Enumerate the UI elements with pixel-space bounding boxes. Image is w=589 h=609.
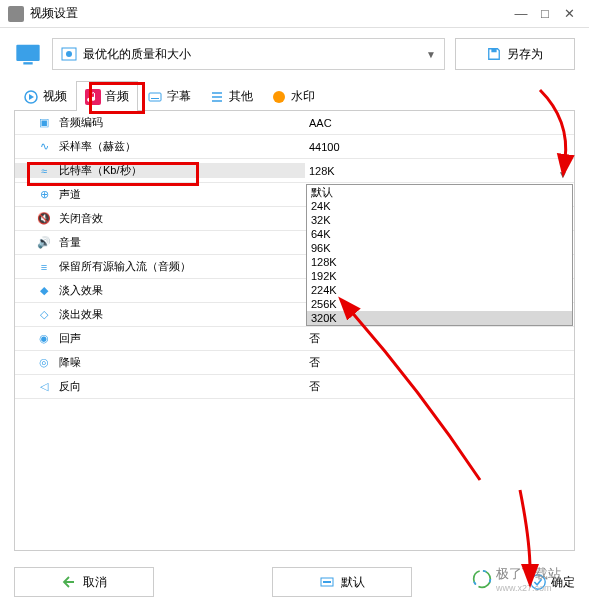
row-reverse-value[interactable]: 否 xyxy=(305,379,574,394)
tab-video[interactable]: 视频 xyxy=(14,81,76,111)
bitrate-option[interactable]: 64K xyxy=(307,227,572,241)
bitrate-option[interactable]: 320K xyxy=(307,311,572,325)
tab-watermark-label: 水印 xyxy=(291,88,315,105)
row-bitrate-value[interactable]: 128K▼ xyxy=(305,165,574,177)
row-bitrate[interactable]: ≈比特率（Kb/秒） 128K▼ xyxy=(15,159,574,183)
tab-watermark[interactable]: 水印 xyxy=(262,81,324,111)
row-sample-value[interactable]: 44100 xyxy=(305,141,574,153)
svg-rect-7 xyxy=(149,93,161,101)
row-reverse[interactable]: ◁反向 否 xyxy=(15,375,574,399)
fadeout-icon: ◇ xyxy=(37,308,51,322)
chevron-down-icon: ▼ xyxy=(426,49,436,60)
settings-panel: ▣音频编码 AAC ∿采样率（赫兹） 44100 ≈比特率（Kb/秒） 128K… xyxy=(14,111,575,551)
svg-rect-8 xyxy=(151,98,159,99)
close-button[interactable]: ✕ xyxy=(557,6,581,21)
bitrate-option[interactable]: 128K xyxy=(307,255,572,269)
preset-select[interactable]: 最优化的质量和大小 ▼ xyxy=(52,38,445,70)
bitrate-option[interactable]: 256K xyxy=(307,297,572,311)
tab-other[interactable]: 其他 xyxy=(200,81,262,111)
bitrate-option[interactable]: 默认 xyxy=(307,185,572,199)
stream-icon: ≡ xyxy=(37,260,51,274)
sample-icon: ∿ xyxy=(37,140,51,154)
row-codec-value[interactable]: AAC xyxy=(305,117,574,129)
save-as-label: 另存为 xyxy=(507,46,543,63)
row-channel-label: 声道 xyxy=(59,187,81,202)
default-button[interactable]: 默认 xyxy=(272,567,412,597)
default-icon xyxy=(319,574,335,590)
app-icon xyxy=(8,6,24,22)
row-codec-label: 音频编码 xyxy=(59,115,103,130)
row-bitrate-label: 比特率（Kb/秒） xyxy=(59,163,142,178)
svg-point-9 xyxy=(273,91,285,103)
film-icon xyxy=(61,46,77,62)
fadein-icon: ◆ xyxy=(37,284,51,298)
cancel-button[interactable]: 取消 xyxy=(14,567,154,597)
row-echo-label: 回声 xyxy=(59,331,81,346)
bitrate-option[interactable]: 224K xyxy=(307,283,572,297)
denoise-icon: ◎ xyxy=(37,356,51,370)
codec-icon: ▣ xyxy=(37,116,51,130)
minimize-button[interactable]: — xyxy=(509,6,533,21)
echo-icon: ◉ xyxy=(37,332,51,346)
svg-point-3 xyxy=(66,51,72,57)
tab-other-label: 其他 xyxy=(229,88,253,105)
bitrate-option[interactable]: 96K xyxy=(307,241,572,255)
tab-video-label: 视频 xyxy=(43,88,67,105)
watermark-icon xyxy=(271,89,287,105)
reverse-icon: ◁ xyxy=(37,380,51,394)
svg-rect-11 xyxy=(323,581,331,583)
titlebar: 视频设置 — □ ✕ xyxy=(0,0,589,28)
row-fadein-label: 淡入效果 xyxy=(59,283,103,298)
music-icon xyxy=(85,89,101,105)
row-reverse-label: 反向 xyxy=(59,379,81,394)
row-denoise-value[interactable]: 否 xyxy=(305,355,574,370)
mute-icon: 🔇 xyxy=(37,212,51,226)
chevron-down-icon: ▼ xyxy=(558,169,568,180)
bitrate-option[interactable]: 192K xyxy=(307,269,572,283)
bitrate-icon: ≈ xyxy=(37,164,51,178)
window-title: 视频设置 xyxy=(30,5,509,22)
watermark-logo-icon xyxy=(472,569,492,589)
save-as-button[interactable]: 另存为 xyxy=(455,38,575,70)
row-denoise-label: 降噪 xyxy=(59,355,81,370)
row-keepall-label: 保留所有源输入流（音频） xyxy=(59,259,191,274)
channel-icon: ⊕ xyxy=(37,188,51,202)
save-icon xyxy=(487,47,501,61)
svg-rect-4 xyxy=(491,49,496,53)
video-icon xyxy=(23,89,39,105)
monitor-icon xyxy=(14,40,42,68)
cancel-label: 取消 xyxy=(83,574,107,591)
tab-subtitle-label: 字幕 xyxy=(167,88,191,105)
row-denoise[interactable]: ◎降噪 否 xyxy=(15,351,574,375)
row-echo[interactable]: ◉回声 否 xyxy=(15,327,574,351)
bitrate-option[interactable]: 32K xyxy=(307,213,572,227)
row-sample-label: 采样率（赫兹） xyxy=(59,139,136,154)
row-volume-label: 音量 xyxy=(59,235,81,250)
tab-subtitle[interactable]: 字幕 xyxy=(138,81,200,111)
svg-rect-1 xyxy=(23,62,32,64)
tab-audio-label: 音频 xyxy=(105,88,129,105)
top-bar: 最优化的质量和大小 ▼ 另存为 xyxy=(0,28,589,80)
watermark-url: www.x27.com xyxy=(496,583,561,593)
default-label: 默认 xyxy=(341,574,365,591)
svg-point-13 xyxy=(474,571,491,588)
watermark: 极了下载站 www.x27.com xyxy=(472,565,561,593)
preset-label: 最优化的质量和大小 xyxy=(83,46,426,63)
row-sample[interactable]: ∿采样率（赫兹） 44100 xyxy=(15,135,574,159)
tab-audio[interactable]: 音频 xyxy=(76,81,138,111)
row-disable-label: 关闭音效 xyxy=(59,211,103,226)
subtitle-icon xyxy=(147,89,163,105)
bitrate-dropdown[interactable]: 默认24K32K64K96K128K192K224K256K320K xyxy=(306,184,573,326)
watermark-text: 极了下载站 xyxy=(496,565,561,583)
maximize-button[interactable]: □ xyxy=(533,6,557,21)
row-codec[interactable]: ▣音频编码 AAC xyxy=(15,111,574,135)
volume-icon: 🔊 xyxy=(37,236,51,250)
back-icon xyxy=(61,574,77,590)
list-icon xyxy=(209,89,225,105)
bitrate-option[interactable]: 24K xyxy=(307,199,572,213)
tab-bar: 视频 音频 字幕 其他 水印 xyxy=(14,80,575,111)
svg-rect-0 xyxy=(16,45,39,61)
row-fadeout-label: 淡出效果 xyxy=(59,307,103,322)
row-echo-value[interactable]: 否 xyxy=(305,331,574,346)
tabs-wrap: 视频 音频 字幕 其他 水印 xyxy=(14,80,575,111)
